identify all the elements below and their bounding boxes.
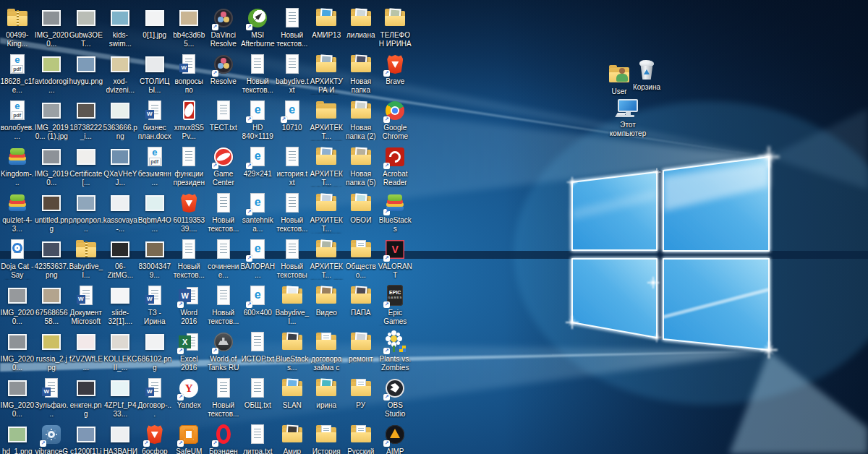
- desktop-icon[interactable]: АРХИТЕКТ... ВЛАДИМИР: [310, 143, 344, 189]
- desktop-icon[interactable]: Game Center: [206, 143, 241, 189]
- desktop-icon[interactable]: BlueStacks...: [275, 328, 310, 374]
- desktop-icon[interactable]: huygu.png: [69, 51, 103, 97]
- desktop-icon[interactable]: OBS Studio: [378, 374, 413, 421]
- desktop-icon[interactable]: сочинение...: [206, 236, 241, 282]
- desktop-icon[interactable]: босфор: [137, 421, 172, 454]
- desktop-icon[interactable]: xod-dvizeni...: [103, 51, 138, 97]
- desktop-icon[interactable]: SafeUM: [172, 421, 207, 454]
- desktop-icon[interactable]: ОБОИ: [344, 189, 378, 236]
- desktop-icon[interactable]: 686102.png: [137, 328, 172, 374]
- desktop-icon[interactable]: VVALORANT: [378, 236, 413, 282]
- desktop-icon[interactable]: WТЗ - Ирина ГЦ.docx: [137, 282, 172, 328]
- desktop-icon[interactable]: 06-ZitMG...: [103, 236, 138, 282]
- desktop-icon[interactable]: Новый текстов...: [172, 236, 207, 282]
- desktop-icon[interactable]: Общество...: [344, 236, 378, 282]
- desktop-icon[interactable]: epdfбезымянн...: [137, 143, 172, 189]
- desktop-icon[interactable]: epdf18628_c1fe...: [0, 51, 35, 97]
- desktop-icon[interactable]: slide-32[1]....: [103, 282, 138, 328]
- desktop-icon[interactable]: НАЗВАНИЯ: [103, 421, 138, 454]
- desktop-icon[interactable]: 6756865658...: [35, 282, 69, 328]
- desktop-icon[interactable]: РУ: [344, 374, 378, 421]
- desktop-icon[interactable]: e429×241: [241, 143, 276, 189]
- desktop-icon[interactable]: ТЕЛЕФОН ИРИНА: [378, 4, 413, 51]
- desktop-icon[interactable]: IMG_20200...: [0, 282, 35, 328]
- desktop-icon[interactable]: BqbmA4O...: [137, 189, 172, 236]
- desktop-icon[interactable]: Acrobat Reader DC: [378, 143, 413, 189]
- desktop-icon[interactable]: Babydive_I...: [275, 282, 310, 328]
- desktop-icon[interactable]: с1200[1].jpg: [69, 421, 103, 454]
- desktop-icon[interactable]: СТОЛИЦЫ...: [137, 51, 172, 97]
- desktop-icon[interactable]: Новый текстовый...: [275, 236, 310, 282]
- desktop-icon[interactable]: Видео: [310, 282, 344, 328]
- desktop-icon[interactable]: лилиана: [344, 4, 378, 51]
- desktop-icon[interactable]: Plants vs. Zombies: [378, 328, 413, 374]
- desktop-icon[interactable]: 4ZPLf_P433...: [103, 374, 138, 421]
- desktop-icon[interactable]: Certificate[...: [69, 143, 103, 189]
- desktop-icon[interactable]: XExcel 2016: [172, 328, 207, 374]
- desktop-icon[interactable]: АРХИТЕКТ... СКУЛЬПТУ...: [310, 236, 344, 282]
- desktop-icon[interactable]: WWord 2016: [172, 282, 207, 328]
- desktop-icon[interactable]: kassovaya-...: [103, 189, 138, 236]
- desktop-icon[interactable]: Этот компьютер: [605, 94, 651, 140]
- desktop-icon[interactable]: Новый текстов...: [275, 189, 310, 236]
- desktop-icon[interactable]: EPICGAMESEpic Games Launcher: [378, 282, 413, 328]
- desktop-icon[interactable]: WДокумент Microsoft ...: [69, 282, 103, 328]
- desktop-icon[interactable]: babydive.txt: [275, 51, 310, 97]
- desktop-icon[interactable]: Resolve: [206, 51, 241, 97]
- desktop-icon[interactable]: Новый текстов...: [206, 374, 241, 421]
- desktop-icon[interactable]: договора займа с о...: [310, 328, 344, 374]
- desktop-icon[interactable]: QXaVHeYJ...: [103, 143, 138, 189]
- desktop-icon[interactable]: Новый текстов...: [206, 189, 241, 236]
- desktop-icon[interactable]: epdfволобуев....: [0, 97, 35, 143]
- desktop-icon[interactable]: Новая папка (5): [344, 143, 378, 189]
- desktop-icon[interactable]: Амир: [275, 421, 310, 454]
- desktop-icon[interactable]: fZVZWfLE...: [69, 328, 103, 374]
- desktop-icon[interactable]: 00499-King...: [0, 4, 35, 51]
- desktop-icon[interactable]: IMG_20200...: [0, 328, 35, 374]
- desktop-icon[interactable]: Gubw3OET...: [69, 4, 103, 51]
- desktop-icon[interactable]: Wвопросы по анкетиров...: [172, 51, 207, 97]
- desktop-icon[interactable]: ОБЩ.txt: [241, 374, 276, 421]
- desktop-icon[interactable]: 18738222_i...: [69, 97, 103, 143]
- desktop-icon[interactable]: WДоговор-...: [137, 374, 172, 421]
- desktop-icon[interactable]: АМИР13: [310, 4, 344, 51]
- desktop-icon[interactable]: AIMP: [378, 421, 413, 454]
- desktop-icon[interactable]: история.txt: [275, 143, 310, 189]
- desktop-icon[interactable]: e600×400: [241, 282, 276, 328]
- desktop-icon[interactable]: Новая папка (2): [344, 97, 378, 143]
- desktop-icon[interactable]: литра.txt: [241, 421, 276, 454]
- desktop-icon[interactable]: История: [310, 421, 344, 454]
- desktop-icon[interactable]: avtodorogi...: [35, 51, 69, 97]
- desktop-icon[interactable]: IMG_20190...: [35, 143, 69, 189]
- desktop-icon[interactable]: ирина: [310, 374, 344, 421]
- desktop-icon[interactable]: ПАПА: [344, 282, 378, 328]
- desktop-icon[interactable]: Новая папка: [344, 51, 378, 97]
- desktop-icon[interactable]: quizlet-4-3...: [0, 189, 35, 236]
- desktop-icon[interactable]: eВАЛОРАН...: [241, 236, 276, 282]
- desktop-icon[interactable]: eHD 840×1119: [241, 97, 276, 143]
- desktop-icon[interactable]: рлролрол...: [69, 189, 103, 236]
- desktop-icon[interactable]: ТЕСТ.txt: [206, 97, 241, 143]
- desktop-icon[interactable]: Google Chrome: [378, 97, 413, 143]
- desktop-icon[interactable]: esantehnika...: [241, 189, 276, 236]
- desktop-icon[interactable]: АРХИТЕКТ... НОВГОРОД: [310, 189, 344, 236]
- desktop-icon[interactable]: untitled.png: [35, 189, 69, 236]
- desktop-icon[interactable]: e10710: [275, 97, 310, 143]
- desktop-icon[interactable]: YYandex: [172, 374, 207, 421]
- desktop-icon[interactable]: Doja Cat - Say So.mp3: [0, 236, 35, 282]
- desktop-icon[interactable]: Новый текстов...: [206, 282, 241, 328]
- desktop-icon[interactable]: ремонт: [344, 328, 378, 374]
- desktop-icon[interactable]: 5363666.png: [103, 97, 138, 143]
- desktop-icon[interactable]: WЗульфаю...: [35, 374, 69, 421]
- desktop-icon[interactable]: kids-swim...: [103, 4, 138, 51]
- desktop-icon[interactable]: енкген.png: [69, 374, 103, 421]
- desktop-icon[interactable]: Брэнден: [206, 421, 241, 454]
- desktop-icon[interactable]: vibranceG...: [35, 421, 69, 454]
- desktop-icon[interactable]: bb4c3d6b5...: [172, 4, 207, 51]
- desktop-icon[interactable]: Brave: [378, 51, 413, 97]
- desktop-icon[interactable]: 6011935339....: [172, 189, 207, 236]
- desktop-icon[interactable]: АРХИКТУРА И СКУЛЬП...: [310, 51, 344, 97]
- desktop-icon[interactable]: Русский: [344, 421, 378, 454]
- desktop-icon[interactable]: Новый текстов...: [241, 51, 276, 97]
- desktop-icon[interactable]: russia_2.jpg: [35, 328, 69, 374]
